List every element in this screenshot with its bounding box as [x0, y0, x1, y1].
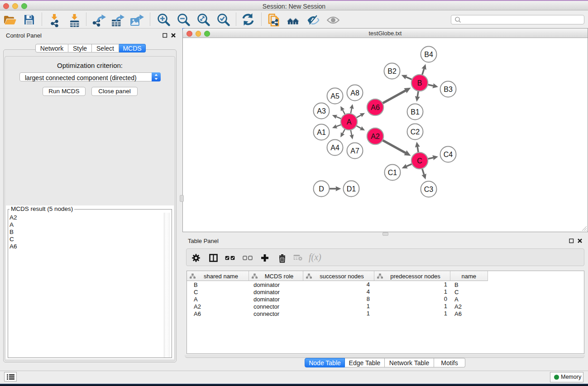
svg-text:A3: A3 [317, 107, 326, 115]
svg-text:C: C [417, 157, 422, 165]
svg-text:D1: D1 [347, 185, 356, 193]
svg-text:C4: C4 [444, 151, 453, 158]
svg-text:A7: A7 [350, 147, 359, 155]
svg-text:B1: B1 [411, 108, 420, 116]
svg-text:A: A [347, 118, 352, 126]
svg-text:A8: A8 [350, 89, 359, 97]
svg-text:C1: C1 [388, 169, 397, 176]
svg-text:A6: A6 [371, 104, 380, 111]
svg-text:A2: A2 [371, 133, 380, 140]
svg-text:D: D [319, 185, 324, 193]
svg-text:B: B [417, 79, 422, 87]
svg-text:A1: A1 [317, 129, 326, 136]
svg-text:B2: B2 [387, 67, 397, 75]
svg-text:B3: B3 [444, 86, 453, 93]
svg-text:A5: A5 [330, 92, 339, 100]
svg-text:A4: A4 [330, 144, 339, 152]
svg-text:B4: B4 [424, 51, 433, 58]
svg-text:C2: C2 [411, 128, 420, 136]
svg-text:C3: C3 [424, 186, 434, 193]
